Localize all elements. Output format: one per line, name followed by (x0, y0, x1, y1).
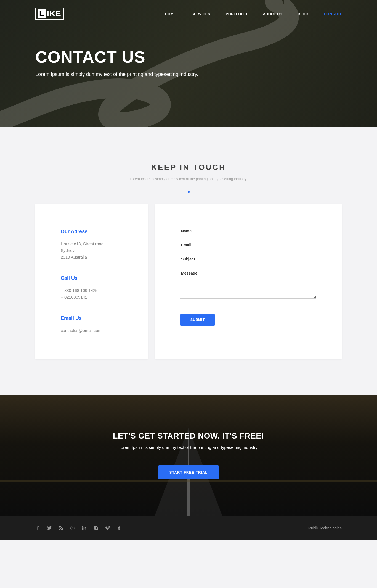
email-field[interactable] (180, 240, 316, 250)
hero: L IKE HOME SERVICES PORTFOLIO ABOUT US B… (0, 0, 377, 127)
contact-info-card: Our Adress House #13, Streat road, Sydne… (35, 204, 148, 359)
address-block: Our Adress House #13, Streat road, Sydne… (61, 229, 135, 260)
vimeo-icon[interactable] (105, 526, 110, 531)
subject-field[interactable] (180, 254, 316, 264)
nav-blog[interactable]: BLOG (298, 12, 309, 16)
nav-contact[interactable]: CONTACT (324, 12, 342, 16)
name-field[interactable] (180, 226, 316, 236)
page-title: CONTACT US (35, 48, 342, 67)
rss-icon[interactable] (59, 526, 63, 531)
contact-section: KEEP IN TOUCH Lorem Ipsum is simply dumm… (0, 127, 377, 395)
skype-icon[interactable] (93, 526, 98, 531)
nav-about[interactable]: ABOUT US (263, 12, 282, 16)
social-icons (35, 526, 121, 531)
address-heading: Our Adress (61, 229, 135, 234)
call-block: Call Us + 880 168 109 1425 + 0216809142 (61, 275, 135, 300)
divider-line (165, 192, 184, 192)
linkedin-icon[interactable] (82, 526, 87, 531)
cta-background-illustration (0, 395, 377, 516)
nav-home[interactable]: HOME (165, 12, 176, 16)
address-line: Sydney (61, 247, 135, 254)
message-field[interactable] (180, 268, 316, 299)
footer: Rubik Technologies (0, 516, 377, 540)
hero-text: CONTACT US Lorem Ipsum is simply dummy t… (35, 48, 342, 77)
cta-subtitle: Lorem Ipsum is simply dummy text of the … (118, 445, 259, 450)
nav-portfolio[interactable]: PORTFOLIO (226, 12, 248, 16)
address-line: 2310 Australia (61, 254, 135, 260)
section-divider (35, 191, 342, 193)
email-line: contactus@email.com (61, 327, 135, 334)
divider-line (193, 192, 212, 192)
logo[interactable]: L IKE (35, 8, 64, 20)
page-subtitle: Lorem Ipsum is simply dummy text of the … (35, 72, 342, 77)
cta-section: LET'S GET STARTED NOW. IT'S FREE! Lorem … (0, 395, 377, 516)
logo-left: L (38, 9, 46, 18)
start-free-trial-button[interactable]: START FREE TRIAL (158, 465, 219, 479)
section-subtitle: Lorem Ipsum is simply dummy text of the … (35, 177, 342, 181)
navbar: L IKE HOME SERVICES PORTFOLIO ABOUT US B… (35, 0, 342, 20)
phone-line: + 880 168 109 1425 (61, 287, 135, 294)
call-heading: Call Us (61, 275, 135, 281)
googleplus-icon[interactable] (70, 526, 75, 531)
contact-form-card: SUBMIT (155, 204, 342, 359)
footer-company: Rubik Technologies (308, 526, 342, 530)
facebook-icon[interactable] (35, 526, 40, 531)
section-title: KEEP IN TOUCH (35, 163, 342, 172)
cta-title: LET'S GET STARTED NOW. IT'S FREE! (113, 431, 264, 441)
email-heading: Email Us (61, 315, 135, 321)
svg-rect-2 (0, 480, 377, 482)
main-nav: HOME SERVICES PORTFOLIO ABOUT US BLOG CO… (165, 12, 342, 16)
nav-services[interactable]: SERVICES (192, 12, 210, 16)
submit-button[interactable]: SUBMIT (180, 314, 215, 326)
tumblr-icon[interactable] (116, 526, 121, 531)
logo-right: IKE (47, 9, 62, 18)
email-block: Email Us contactus@email.com (61, 315, 135, 334)
divider-dot (188, 191, 190, 193)
address-line: House #13, Streat road, (61, 241, 135, 247)
phone-line: + 0216809142 (61, 294, 135, 300)
twitter-icon[interactable] (47, 526, 52, 531)
